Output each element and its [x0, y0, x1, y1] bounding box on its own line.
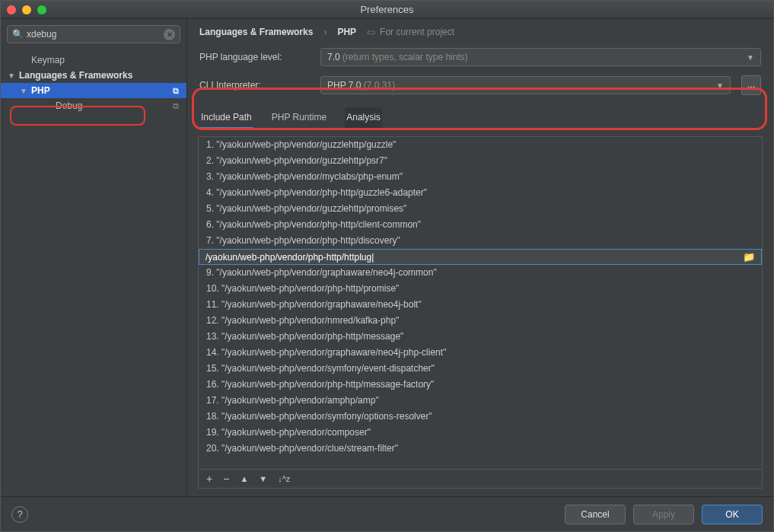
sidebar-item-php[interactable]: ▼PHP⧉	[1, 83, 186, 98]
include-path-row[interactable]: 17. "/yaokun/web-php/vendor/amphp/amp"	[199, 393, 762, 409]
project-scope-icon: ▭	[367, 27, 375, 37]
include-path-row[interactable]: 4. "/yaokun/web-php/vendor/php-http/guzz…	[199, 185, 762, 201]
php-language-level-select[interactable]: 7.0 (return types, scalar type hints) ▼	[320, 48, 761, 66]
ok-button[interactable]: OK	[702, 505, 763, 524]
cli-interpreter-row: CLI Interpreter: PHP 7.0 (7.0.31) ▼ ...	[187, 71, 773, 100]
cli-interpreter-hint: (7.0.31)	[364, 80, 395, 91]
project-scope-label: ▭ For current project	[367, 27, 454, 37]
sidebar: 🔍 ✕ Keymap▼Languages & Frameworks▼PHP⧉De…	[1, 19, 187, 496]
copy-icon[interactable]: ⧉	[173, 86, 179, 96]
sidebar-item-label: PHP	[31, 85, 50, 96]
tab-php-runtime[interactable]: PHP Runtime	[270, 107, 328, 129]
titlebar: Preferences	[1, 1, 773, 19]
cli-interpreter-select[interactable]: PHP 7.0 (7.0.31) ▼	[320, 76, 731, 94]
include-path-row-editing[interactable]: /yaokun/web-php/vendor/php-http/httplug|…	[199, 249, 762, 265]
include-path-row[interactable]: 9. "/yaokun/web-php/vendor/graphaware/ne…	[199, 265, 762, 281]
folder-icon[interactable]: 📁	[743, 251, 755, 263]
php-language-level-label: PHP language level:	[199, 52, 310, 62]
close-window-button[interactable]	[7, 5, 16, 14]
include-path-row[interactable]: 16. "/yaokun/web-php/vendor/php-http/mes…	[199, 377, 762, 393]
window-title: Preferences	[7, 4, 767, 15]
include-path-list[interactable]: 1. "/yaokun/web-php/vendor/guzzlehttp/gu…	[199, 137, 762, 469]
php-language-level-hint: (return types, scalar type hints)	[342, 52, 468, 62]
tab-bar: Include PathPHP RuntimeAnalysis	[187, 104, 773, 129]
move-up-button[interactable]: ▲	[240, 474, 248, 483]
chevron-down-icon: ▼	[716, 81, 724, 90]
search-input[interactable]	[27, 29, 164, 40]
breadcrumb: Languages & Frameworks › PHP ▭ For curre…	[187, 19, 773, 43]
include-path-row[interactable]: 13. "/yaokun/web-php/vendor/php-http/mes…	[199, 329, 762, 345]
main-panel: Languages & Frameworks › PHP ▭ For curre…	[187, 19, 773, 496]
sidebar-item-languages-frameworks[interactable]: ▼Languages & Frameworks	[1, 68, 186, 83]
copy-icon[interactable]: ⧉	[173, 101, 179, 111]
chevron-down-icon: ▼	[747, 53, 754, 62]
breadcrumb-part2: PHP	[337, 27, 356, 37]
help-button[interactable]: ?	[11, 506, 28, 523]
php-language-level-row: PHP language level: 7.0 (return types, s…	[187, 43, 773, 71]
include-path-row[interactable]: 1. "/yaokun/web-php/vendor/guzzlehttp/gu…	[199, 137, 762, 153]
sidebar-item-debug[interactable]: Debug⧉	[1, 98, 186, 113]
sidebar-item-label: Languages & Frameworks	[19, 70, 132, 81]
cli-interpreter-browse-button[interactable]: ...	[741, 75, 761, 95]
include-path-row[interactable]: 7. "/yaokun/web-php/vendor/php-http/disc…	[199, 233, 762, 249]
php-language-level-value: 7.0	[327, 52, 340, 62]
include-path-row[interactable]: 11. "/yaokun/web-php/vendor/graphaware/n…	[199, 297, 762, 313]
breadcrumb-part1: Languages & Frameworks	[199, 27, 313, 37]
include-path-row[interactable]: 6. "/yaokun/web-php/vendor/php-http/clie…	[199, 217, 762, 233]
project-scope-text: For current project	[380, 27, 454, 37]
apply-button[interactable]: Apply	[633, 505, 694, 524]
move-down-button[interactable]: ▼	[259, 474, 267, 483]
clear-search-icon[interactable]: ✕	[164, 29, 175, 40]
tree-arrow-icon: ▼	[19, 87, 28, 95]
zoom-window-button[interactable]	[37, 5, 46, 14]
include-path-row[interactable]: 18. "/yaokun/web-php/vendor/symfony/opti…	[199, 409, 762, 425]
sidebar-item-label: Keymap	[31, 55, 65, 65]
tab-include-path[interactable]: Include Path	[199, 107, 253, 129]
include-path-row[interactable]: 14. "/yaokun/web-php/vendor/graphaware/n…	[199, 345, 762, 361]
include-path-row[interactable]: 19. "/yaokun/web-php/vendor/composer"	[199, 425, 762, 441]
include-path-toolbar: + − ▲ ▼ ↓ᴬz	[199, 469, 762, 488]
search-icon: 🔍	[12, 29, 24, 40]
include-path-row[interactable]: 2. "/yaokun/web-php/vendor/guzzlehttp/ps…	[199, 153, 762, 169]
include-path-row[interactable]: 12. "/yaokun/web-php/vendor/nmred/kafka-…	[199, 313, 762, 329]
sort-button[interactable]: ↓ᴬz	[278, 474, 290, 484]
minimize-window-button[interactable]	[22, 5, 31, 14]
include-path-panel: 1. "/yaokun/web-php/vendor/guzzlehttp/gu…	[198, 136, 763, 489]
include-path-row[interactable]: 5. "/yaokun/web-php/vendor/guzzlehttp/pr…	[199, 201, 762, 217]
remove-path-button[interactable]: −	[223, 473, 229, 485]
search-box[interactable]: 🔍 ✕	[7, 25, 180, 43]
tree-arrow-icon: ▼	[7, 72, 16, 80]
cancel-button[interactable]: Cancel	[565, 505, 626, 524]
settings-tree: Keymap▼Languages & Frameworks▼PHP⧉Debug⧉	[1, 49, 186, 496]
include-path-row[interactable]: 10. "/yaokun/web-php/vendor/php-http/pro…	[199, 281, 762, 297]
include-path-row[interactable]: 15. "/yaokun/web-php/vendor/symfony/even…	[199, 361, 762, 377]
include-path-row[interactable]: 20. "/yaokun/web-php/vendor/clue/stream-…	[199, 441, 762, 457]
include-path-edit-input[interactable]: /yaokun/web-php/vendor/php-http/httplug|	[205, 252, 374, 263]
sidebar-item-keymap[interactable]: Keymap	[1, 53, 186, 68]
tab-analysis[interactable]: Analysis	[345, 107, 382, 129]
sidebar-item-label: Debug	[56, 100, 82, 111]
cli-interpreter-label: CLI Interpreter:	[199, 80, 310, 91]
cli-interpreter-value: PHP 7.0	[327, 80, 361, 91]
include-path-row[interactable]: 3. "/yaokun/web-php/vendor/myclabs/php-e…	[199, 169, 762, 185]
dialog-footer: ? Cancel Apply OK	[1, 496, 773, 531]
breadcrumb-separator: ›	[323, 27, 326, 37]
add-path-button[interactable]: +	[206, 473, 212, 485]
